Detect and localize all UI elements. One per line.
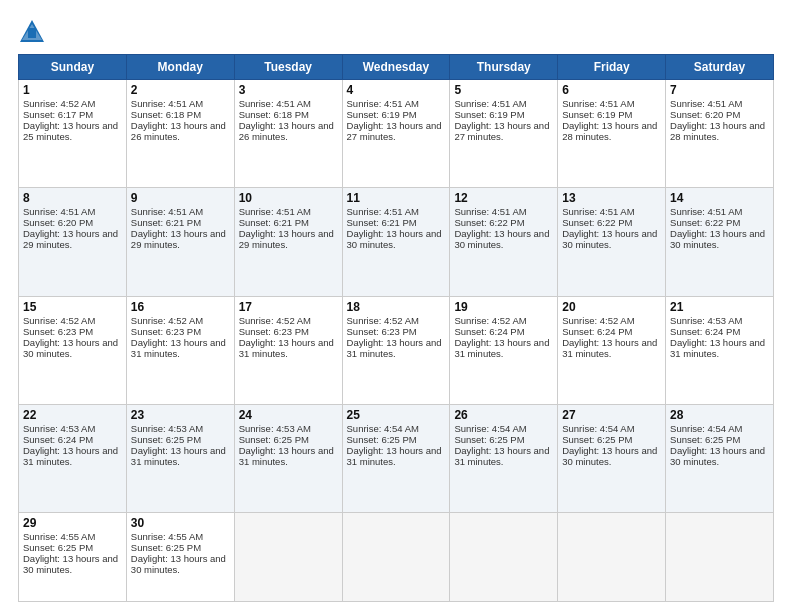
sunrise-text: Sunrise: 4:52 AM [562, 315, 634, 326]
daylight-text: Daylight: 13 hours and 27 minutes. [454, 120, 549, 142]
sunrise-text: Sunrise: 4:51 AM [23, 206, 95, 217]
svg-rect-2 [28, 28, 36, 38]
calendar-cell: 3Sunrise: 4:51 AMSunset: 6:18 PMDaylight… [234, 80, 342, 188]
calendar-cell: 2Sunrise: 4:51 AMSunset: 6:18 PMDaylight… [126, 80, 234, 188]
sunrise-text: Sunrise: 4:51 AM [239, 98, 311, 109]
sunrise-text: Sunrise: 4:54 AM [347, 423, 419, 434]
sunrise-text: Sunrise: 4:51 AM [347, 98, 419, 109]
sunset-text: Sunset: 6:18 PM [131, 109, 201, 120]
sunset-text: Sunset: 6:22 PM [670, 217, 740, 228]
sunset-text: Sunset: 6:24 PM [670, 326, 740, 337]
day-number: 7 [670, 83, 769, 97]
calendar-cell [558, 513, 666, 602]
sunset-text: Sunset: 6:20 PM [23, 217, 93, 228]
daylight-text: Daylight: 13 hours and 31 minutes. [131, 337, 226, 359]
calendar-cell: 28Sunrise: 4:54 AMSunset: 6:25 PMDayligh… [666, 404, 774, 512]
day-number: 3 [239, 83, 338, 97]
daylight-text: Daylight: 13 hours and 29 minutes. [239, 228, 334, 250]
sunset-text: Sunset: 6:19 PM [562, 109, 632, 120]
day-number: 15 [23, 300, 122, 314]
sunset-text: Sunset: 6:25 PM [347, 434, 417, 445]
daylight-text: Daylight: 13 hours and 31 minutes. [347, 337, 442, 359]
calendar-cell: 19Sunrise: 4:52 AMSunset: 6:24 PMDayligh… [450, 296, 558, 404]
sunset-text: Sunset: 6:21 PM [239, 217, 309, 228]
sunrise-text: Sunrise: 4:53 AM [670, 315, 742, 326]
sunset-text: Sunset: 6:23 PM [239, 326, 309, 337]
calendar-cell: 7Sunrise: 4:51 AMSunset: 6:20 PMDaylight… [666, 80, 774, 188]
calendar-cell: 11Sunrise: 4:51 AMSunset: 6:21 PMDayligh… [342, 188, 450, 296]
header [18, 18, 774, 46]
sunset-text: Sunset: 6:18 PM [239, 109, 309, 120]
day-number: 11 [347, 191, 446, 205]
day-number: 22 [23, 408, 122, 422]
day-header-sunday: Sunday [19, 55, 127, 80]
day-number: 16 [131, 300, 230, 314]
sunset-text: Sunset: 6:22 PM [562, 217, 632, 228]
calendar-cell: 17Sunrise: 4:52 AMSunset: 6:23 PMDayligh… [234, 296, 342, 404]
daylight-text: Daylight: 13 hours and 28 minutes. [670, 120, 765, 142]
sunrise-text: Sunrise: 4:51 AM [562, 206, 634, 217]
calendar-cell: 26Sunrise: 4:54 AMSunset: 6:25 PMDayligh… [450, 404, 558, 512]
sunset-text: Sunset: 6:23 PM [131, 326, 201, 337]
calendar-cell: 23Sunrise: 4:53 AMSunset: 6:25 PMDayligh… [126, 404, 234, 512]
sunrise-text: Sunrise: 4:51 AM [670, 98, 742, 109]
daylight-text: Daylight: 13 hours and 29 minutes. [131, 228, 226, 250]
page: SundayMondayTuesdayWednesdayThursdayFrid… [0, 0, 792, 612]
calendar-cell [666, 513, 774, 602]
sunset-text: Sunset: 6:21 PM [131, 217, 201, 228]
sunset-text: Sunset: 6:22 PM [454, 217, 524, 228]
sunrise-text: Sunrise: 4:51 AM [239, 206, 311, 217]
calendar-cell: 8Sunrise: 4:51 AMSunset: 6:20 PMDaylight… [19, 188, 127, 296]
sunrise-text: Sunrise: 4:55 AM [23, 531, 95, 542]
daylight-text: Daylight: 13 hours and 26 minutes. [239, 120, 334, 142]
sunset-text: Sunset: 6:25 PM [131, 542, 201, 553]
daylight-text: Daylight: 13 hours and 31 minutes. [239, 337, 334, 359]
daylight-text: Daylight: 13 hours and 30 minutes. [670, 445, 765, 467]
day-number: 1 [23, 83, 122, 97]
daylight-text: Daylight: 13 hours and 30 minutes. [562, 228, 657, 250]
daylight-text: Daylight: 13 hours and 30 minutes. [562, 445, 657, 467]
daylight-text: Daylight: 13 hours and 25 minutes. [23, 120, 118, 142]
daylight-text: Daylight: 13 hours and 30 minutes. [23, 553, 118, 575]
sunrise-text: Sunrise: 4:52 AM [347, 315, 419, 326]
day-header-monday: Monday [126, 55, 234, 80]
day-number: 5 [454, 83, 553, 97]
calendar-week-row: 22Sunrise: 4:53 AMSunset: 6:24 PMDayligh… [19, 404, 774, 512]
calendar-cell: 30Sunrise: 4:55 AMSunset: 6:25 PMDayligh… [126, 513, 234, 602]
sunset-text: Sunset: 6:25 PM [562, 434, 632, 445]
sunrise-text: Sunrise: 4:51 AM [131, 98, 203, 109]
day-number: 8 [23, 191, 122, 205]
sunrise-text: Sunrise: 4:54 AM [454, 423, 526, 434]
calendar-cell: 25Sunrise: 4:54 AMSunset: 6:25 PMDayligh… [342, 404, 450, 512]
day-number: 25 [347, 408, 446, 422]
calendar-cell: 18Sunrise: 4:52 AMSunset: 6:23 PMDayligh… [342, 296, 450, 404]
daylight-text: Daylight: 13 hours and 27 minutes. [347, 120, 442, 142]
calendar-cell: 20Sunrise: 4:52 AMSunset: 6:24 PMDayligh… [558, 296, 666, 404]
calendar-cell: 4Sunrise: 4:51 AMSunset: 6:19 PMDaylight… [342, 80, 450, 188]
daylight-text: Daylight: 13 hours and 31 minutes. [23, 445, 118, 467]
daylight-text: Daylight: 13 hours and 31 minutes. [239, 445, 334, 467]
sunrise-text: Sunrise: 4:51 AM [131, 206, 203, 217]
sunrise-text: Sunrise: 4:51 AM [454, 206, 526, 217]
sunrise-text: Sunrise: 4:51 AM [562, 98, 634, 109]
daylight-text: Daylight: 13 hours and 30 minutes. [454, 228, 549, 250]
calendar-cell: 10Sunrise: 4:51 AMSunset: 6:21 PMDayligh… [234, 188, 342, 296]
day-number: 28 [670, 408, 769, 422]
sunrise-text: Sunrise: 4:51 AM [347, 206, 419, 217]
daylight-text: Daylight: 13 hours and 30 minutes. [131, 553, 226, 575]
day-number: 2 [131, 83, 230, 97]
calendar-cell: 16Sunrise: 4:52 AMSunset: 6:23 PMDayligh… [126, 296, 234, 404]
daylight-text: Daylight: 13 hours and 29 minutes. [23, 228, 118, 250]
day-number: 21 [670, 300, 769, 314]
calendar-week-row: 29Sunrise: 4:55 AMSunset: 6:25 PMDayligh… [19, 513, 774, 602]
calendar-cell: 5Sunrise: 4:51 AMSunset: 6:19 PMDaylight… [450, 80, 558, 188]
calendar-cell: 29Sunrise: 4:55 AMSunset: 6:25 PMDayligh… [19, 513, 127, 602]
day-header-wednesday: Wednesday [342, 55, 450, 80]
day-number: 14 [670, 191, 769, 205]
daylight-text: Daylight: 13 hours and 31 minutes. [670, 337, 765, 359]
sunrise-text: Sunrise: 4:52 AM [239, 315, 311, 326]
daylight-text: Daylight: 13 hours and 31 minutes. [131, 445, 226, 467]
day-number: 17 [239, 300, 338, 314]
sunset-text: Sunset: 6:21 PM [347, 217, 417, 228]
sunset-text: Sunset: 6:17 PM [23, 109, 93, 120]
